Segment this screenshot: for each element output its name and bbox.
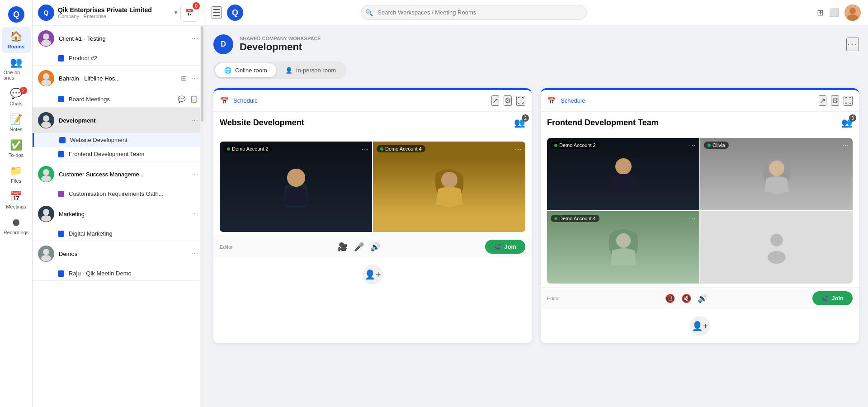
nav-one-on-ones[interactable]: 👥 One-on-ones [2,53,31,84]
nav-chats[interactable]: 2 💬 Chats [2,84,31,110]
settings-icon-frontend[interactable]: ⚙ [831,95,839,106]
sidebar-scrollbar[interactable] [200,26,204,407]
sidebar-group-header-bahrain[interactable]: Bahrain - Lifeline Hos... ⊞ ··· [33,66,204,91]
nav-meetings[interactable]: 📅 Meetings [2,187,31,213]
mic-ctrl-website[interactable]: 🎤 [354,242,364,252]
room-tabs: 🌐 Online room 👤 In-person room [213,62,347,79]
video-menu-demo4-front[interactable]: ··· [689,215,696,222]
sidebar-group-header-marketing[interactable]: Marketing ··· [33,201,204,227]
group-menu-demos[interactable]: ··· [191,250,198,258]
chat-icon-board[interactable]: 💬 [177,95,186,104]
join-button-frontend[interactable]: 📹 Join [812,291,853,305]
group-name-bahrain: Bahrain - Lifeline Hos... [59,75,175,82]
nav-rooms[interactable]: 🏠 Rooms [2,27,31,53]
video-label-demo4-front: Demo Account 4 [551,215,599,222]
video-menu-demo2-1[interactable]: ··· [362,145,368,152]
company-sub: Company - Enterprise [58,14,152,19]
tab-in-person-room[interactable]: 👤 In-person room [276,63,345,77]
nav-chats-label: Chats [9,101,23,106]
company-logo[interactable]: Q [5,4,27,25]
join-label-website: Join [504,243,516,250]
video-cell-demo-account [700,211,853,284]
svg-point-11 [43,209,49,215]
subitem-frontend-dev[interactable]: Frontend Development Team [33,147,204,161]
add-btn-bahrain[interactable]: ⊞ [180,73,188,84]
video-name-demo4-front: Demo Account 4 [559,216,596,221]
subitem-website-dev[interactable]: Website Development [33,133,204,147]
user-avatar[interactable] [844,5,861,21]
online-dot-olivia [708,144,711,147]
video-grid-website: Demo Account 2 ··· [220,142,525,232]
nav-recordings[interactable]: ⏺ Recordings [2,213,31,239]
sidebar-group-header-client1[interactable]: Client #1 - Testing ··· [33,26,204,51]
editor-label-frontend: Editor [547,296,560,301]
room-name-row-frontend: Frontend Development Team 👥 3 [547,117,853,128]
split-view-button[interactable]: ⬜ [829,8,839,18]
sidebar-group-header-development[interactable]: Development ··· [33,108,204,133]
group-menu-client1[interactable]: ··· [191,34,198,43]
share-icon-website[interactable]: ↗ [491,95,499,106]
nav-notes-label: Notes [9,127,23,132]
hamburger-button[interactable]: ☰ [212,6,222,19]
subitem-customisation[interactable]: Customisation Requirements Gath... [33,187,204,201]
nav-files[interactable]: 📁 Files [2,161,31,187]
group-avatar-cs [38,166,54,182]
subitem-color-board [58,96,64,102]
tab-online-room[interactable]: 🌐 Online room [215,63,276,77]
svg-point-12 [41,215,51,222]
copy-icon-board[interactable]: 📋 [189,95,198,104]
add-participant-btn-frontend[interactable]: 👤+ [690,316,710,336]
group-menu-cs[interactable]: ··· [191,170,198,178]
video-ctrl-website[interactable]: 🎥 [338,242,348,252]
video-ctrl-frontend[interactable]: 📵 [665,293,675,303]
room-name-frontend: Frontend Development Team [547,118,659,128]
speaker-ctrl-frontend[interactable]: 🔊 [698,293,708,303]
nav-todos[interactable]: ✅ To-dos [2,136,31,161]
sidebar-group-header-demos[interactable]: Demos ··· [33,241,204,266]
video-label-demo2-1: Demo Account 2 [223,145,272,152]
svg-point-8 [41,122,51,128]
meetings-icon: 📅 [10,191,22,203]
room-controls-left-frontend: 📵 🔇 🔊 [665,293,708,303]
expand-icon-frontend[interactable]: ⛶ [844,96,853,106]
nav-notes[interactable]: 📝 Notes [2,110,31,136]
video-cell-demo2-front: Demo Account 2 ··· [547,138,699,210]
subitem-digital-marketing[interactable]: Digital Marketing [33,227,204,241]
video-cell-olivia: Olivia ··· [700,138,853,210]
video-label-olivia: Olivia [704,142,729,149]
expand-icon-website[interactable]: ⛶ [516,96,525,106]
nav-one-on-ones-label: One-on-ones [4,70,29,80]
add-participant-btn-website[interactable]: 👤+ [363,265,382,284]
sidebar-group-demos: Demos ··· Raju - Qik Meetin Demo [33,241,204,281]
search-input[interactable] [361,5,587,20]
mic-ctrl-frontend[interactable]: 🔇 [681,293,691,303]
nav-todos-label: To-dos [9,152,24,158]
subitem-product2[interactable]: Product #2 [33,51,204,65]
group-menu-marketing[interactable]: ··· [191,210,198,218]
sidebar-group-header-cs[interactable]: Customer Success Manageme... ··· [33,161,204,187]
svg-point-9 [43,169,49,175]
share-icon-frontend[interactable]: ↗ [819,95,826,106]
search-bar-container: 🔍 [361,5,587,20]
settings-icon-website[interactable]: ⚙ [504,95,512,106]
room-controls-frontend: Editor 📵 🔇 🔊 📹 Join [541,287,859,309]
grid-view-button[interactable]: ⊞ [817,8,824,18]
video-menu-olivia[interactable]: ··· [842,142,849,149]
group-menu-development[interactable]: ··· [191,116,198,124]
editor-label-website: Editor [220,244,233,250]
video-name-demo4-1: Demo Account 4 [385,146,422,151]
speaker-ctrl-website[interactable]: 🔊 [370,242,380,252]
group-menu-bahrain[interactable]: ··· [191,74,198,82]
workspace-more-button[interactable]: ··· [846,38,859,51]
schedule-icon-website: 📅 [220,96,229,105]
subitem-board-meetings[interactable]: Board Meetings 💬 📋 [33,91,204,107]
subitem-label-website: Website Development [70,137,198,143]
subitem-raju[interactable]: Raju - Qik Meetin Demo [33,266,204,280]
calendar-icon: 📅 [185,9,194,17]
video-menu-demo2-front[interactable]: ··· [689,142,696,149]
subitem-label-frontend: Frontend Development Team [69,151,198,157]
join-button-website[interactable]: 📹 Join [485,240,525,254]
calendar-button[interactable]: 📅 0 [180,4,198,22]
video-menu-demo4-1[interactable]: ··· [515,145,522,152]
svg-point-7 [43,115,49,122]
